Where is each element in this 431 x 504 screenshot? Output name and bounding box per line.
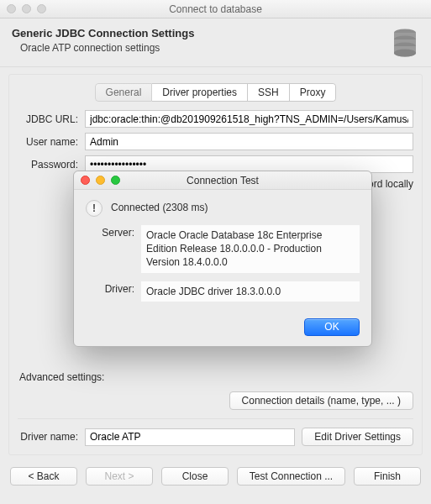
dialog-close-icon[interactable] xyxy=(81,176,90,185)
next-button: Next > xyxy=(86,467,153,486)
connection-test-dialog: Connection Test ! Connected (2308 ms) Se… xyxy=(73,171,372,347)
svg-point-3 xyxy=(394,50,416,57)
tab-bar: General Driver properties SSH Proxy xyxy=(18,83,413,102)
driver-label: Driver: xyxy=(86,281,134,302)
close-button[interactable]: Close xyxy=(161,467,229,486)
database-icon xyxy=(392,29,418,60)
ok-button[interactable]: OK xyxy=(304,318,360,336)
server-value: Oracle Oracle Database 18c Enterprise Ed… xyxy=(141,225,360,273)
finish-button[interactable]: Finish xyxy=(354,467,421,486)
back-button[interactable]: < Back xyxy=(10,467,77,486)
driver-value: Oracle JDBC driver 18.3.0.0.0 xyxy=(141,281,360,302)
dialog-zoom-icon[interactable] xyxy=(111,176,120,185)
advanced-settings-label: Advanced settings: xyxy=(19,371,413,383)
page-header: Generic JDBC Connection Settings Oracle … xyxy=(0,18,431,67)
page-subtitle: Oracle ATP connection settings xyxy=(20,42,194,54)
jdbc-url-label: JDBC URL: xyxy=(18,113,78,125)
page-title: Generic JDBC Connection Settings xyxy=(12,27,194,39)
tab-driver-properties[interactable]: Driver properties xyxy=(152,83,248,102)
jdbc-url-input[interactable] xyxy=(85,110,413,128)
server-label: Server: xyxy=(86,225,134,273)
zoom-light[interactable] xyxy=(37,4,46,13)
dialog-titlebar: Connection Test xyxy=(74,171,371,190)
info-icon: ! xyxy=(86,200,102,217)
edit-driver-settings-button[interactable]: Edit Driver Settings xyxy=(302,428,413,446)
driver-name-label: Driver name: xyxy=(18,431,78,443)
username-input[interactable] xyxy=(85,133,413,150)
minimize-light[interactable] xyxy=(22,4,31,13)
tab-general[interactable]: General xyxy=(95,83,153,102)
close-light[interactable] xyxy=(7,4,16,13)
connected-status: Connected (2308 ms) xyxy=(111,202,208,213)
connection-details-button[interactable]: Connection details (name, type, ... ) xyxy=(229,391,413,410)
tab-proxy[interactable]: Proxy xyxy=(290,83,337,102)
window-titlebar: Connect to database xyxy=(0,0,431,18)
username-label: User name: xyxy=(18,136,78,148)
dialog-title: Connection Test xyxy=(187,175,259,186)
window-title: Connect to database xyxy=(169,3,262,15)
password-label: Password: xyxy=(18,159,78,171)
dialog-minimize-icon[interactable] xyxy=(96,176,105,185)
driver-name-input[interactable] xyxy=(85,428,295,446)
window-traffic-lights xyxy=(7,4,46,13)
test-connection-button[interactable]: Test Connection ... xyxy=(237,467,345,486)
wizard-footer: < Back Next > Close Test Connection ... … xyxy=(0,460,431,496)
tab-ssh[interactable]: SSH xyxy=(248,83,290,102)
